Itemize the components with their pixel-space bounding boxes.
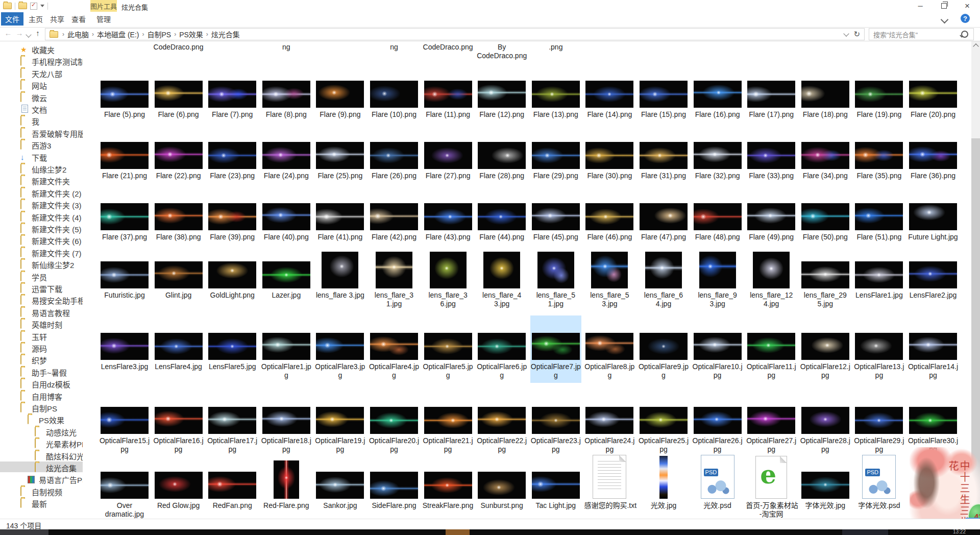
file-item[interactable]: Flare (13).png (530, 75, 581, 122)
sidebar-item[interactable]: PS效果 (0, 414, 83, 424)
close-button[interactable]: × (955, 0, 979, 12)
file-item[interactable]: Flare (40).png (261, 197, 312, 245)
file-item[interactable]: Sunburst.png (476, 448, 527, 513)
file-item[interactable]: Flare (6).png (153, 75, 204, 122)
sidebar-item[interactable]: 酷炫科幻光效 (0, 450, 83, 460)
clipped-file-label[interactable]: CodeDraco.png (423, 43, 474, 52)
file-item[interactable]: Sankor.jpg (314, 448, 365, 513)
breadcrumb-item[interactable]: PS效果 (177, 29, 205, 39)
tab-view[interactable]: 查看 (69, 12, 88, 26)
sidebar-item[interactable]: 吾爱破解专用版C (0, 127, 83, 138)
address-bar[interactable]: ›此电脑›本地磁盘 (E:)›自制PS›PS效果›炫光合集 ↻ (45, 28, 865, 40)
qat-customize-chevron-icon[interactable] (40, 5, 44, 7)
sidebar-item[interactable]: 新建文件夹 (0, 175, 83, 185)
file-item[interactable]: Flare (32).png (692, 136, 743, 183)
file-item[interactable]: Flare (29).png (530, 136, 581, 183)
sidebar-item[interactable]: 源码 (0, 342, 83, 353)
file-item[interactable]: Flare (25).png (314, 136, 365, 183)
file-item[interactable]: Flare (8).png (261, 75, 312, 122)
file-item[interactable]: Flare (12).png (476, 75, 527, 122)
ribbon-minimize-chevron-icon[interactable] (941, 16, 949, 24)
file-item[interactable]: Flare (26).png (369, 136, 420, 183)
file-item[interactable]: OpticalFlare7.jpg (530, 315, 581, 383)
file-item[interactable]: OpticalFlare5.jpg (423, 315, 474, 383)
clipped-file-label[interactable]: CodeDraco.png (153, 43, 204, 52)
tab-home[interactable]: 主页 (27, 12, 45, 26)
qat-properties-icon[interactable] (30, 3, 37, 10)
sidebar-item[interactable]: 新建文件夹 (3) (0, 199, 83, 209)
sidebar-item[interactable]: 光晕素材PNG (0, 437, 83, 448)
file-item[interactable]: Flare (39).png (207, 197, 258, 245)
sidebar-item[interactable]: 易语言广告PSD (0, 473, 83, 484)
sidebar-item[interactable]: 手机程序测试制作 (0, 55, 83, 66)
file-item[interactable]: OpticalFlare9.jpg (638, 315, 689, 383)
file-item[interactable]: OpticalFlare11.jpg (746, 315, 797, 383)
search-box[interactable]: 搜索"炫光合集" (869, 28, 974, 40)
restore-button[interactable] (932, 0, 955, 12)
file-item[interactable]: SideFlare.png (369, 448, 420, 513)
file-item[interactable]: lens_flare_53.jpg (584, 244, 635, 311)
file-item[interactable]: OpticalFlare4.jpg (369, 315, 420, 383)
file-item[interactable]: Flare (37).png (99, 197, 150, 245)
file-item[interactable]: Flare (38).png (153, 197, 204, 245)
file-item[interactable]: Flare (5).png (99, 75, 150, 122)
search-icon[interactable] (961, 31, 968, 38)
sidebar-item[interactable]: 迅雷下载 (0, 282, 83, 293)
back-button[interactable]: ← (3, 29, 13, 37)
clipped-file-label[interactable]: ng (261, 43, 312, 52)
sidebar-item[interactable]: 助手~暑假 (0, 366, 83, 377)
file-item[interactable]: Flare (20).png (908, 75, 959, 122)
sidebar-item[interactable]: 织梦 (0, 354, 83, 364)
file-item[interactable]: Flare (23).png (207, 136, 258, 183)
file-item[interactable]: 感谢您的购买.txt (584, 448, 635, 513)
clipped-file-label[interactable]: .png (530, 43, 581, 52)
sidebar-item[interactable]: 收藏夹 (0, 43, 83, 54)
file-item[interactable]: Flare (9).png (314, 75, 365, 122)
file-item[interactable]: OpticalFlare8.jpg (584, 315, 635, 383)
file-item[interactable]: Flare (44).png (476, 197, 527, 245)
file-item[interactable]: OpticalFlare3.jpg (314, 315, 365, 383)
file-item[interactable]: Flare (10).png (369, 75, 420, 122)
sidebar-item[interactable]: 微云 (0, 91, 83, 102)
file-item[interactable]: Lazer.jpg (261, 244, 312, 303)
sidebar-item[interactable]: 自用博客 (0, 390, 83, 401)
file-item[interactable]: Flare (46).png (584, 197, 635, 245)
file-item[interactable]: lens_flare_124.jpg (746, 244, 797, 311)
file-item[interactable]: Flare (17).png (746, 75, 797, 122)
file-item[interactable]: Flare (18).png (800, 75, 851, 122)
file-item[interactable]: lens_flare_51.jpg (530, 244, 581, 311)
up-button[interactable]: ↑ (33, 29, 43, 37)
file-item[interactable]: Flare (33).png (746, 136, 797, 183)
sidebar-item[interactable]: 新建文件夹 (5) (0, 223, 83, 233)
sidebar-item[interactable]: 新仙缘尘梦2 (0, 258, 83, 269)
file-item[interactable]: Flare (21).png (99, 136, 150, 183)
file-item[interactable]: Flare (22).png (153, 136, 204, 183)
sidebar-item[interactable]: 易搜安全助手根目 (0, 294, 83, 305)
sidebar-item[interactable]: 炫光合集 (0, 461, 83, 472)
sidebar-item[interactable]: 最新 (0, 497, 83, 508)
help-icon[interactable]: ? (961, 14, 970, 23)
file-item[interactable]: LensFlare4.jpg (153, 315, 204, 374)
file-item[interactable]: 字体光效.jpg (800, 448, 851, 513)
file-item[interactable]: Flare (27).png (423, 136, 474, 183)
picture-tools-contextual-tab[interactable]: 图片工具 (90, 0, 117, 12)
sidebar-item[interactable]: 仙缘尘梦2 (0, 163, 83, 174)
sidebar-item[interactable]: 自制PS (0, 402, 83, 412)
file-item[interactable]: Tac Light.jpg (530, 448, 581, 513)
tab-file[interactable]: 文件 (1, 12, 23, 26)
file-item[interactable]: OpticalFlare1.jpg (261, 315, 312, 383)
file-item[interactable]: Flare (45).png (530, 197, 581, 245)
file-item[interactable]: Flare (31).png (638, 136, 689, 183)
file-item[interactable]: lens_flare_64.jpg (638, 244, 689, 311)
file-item[interactable]: Flare (49).png (746, 197, 797, 245)
sidebar-item[interactable]: 天龙八部 (0, 67, 83, 78)
sidebar-item[interactable]: 新建文件夹 (4) (0, 211, 83, 222)
refresh-icon[interactable]: ↻ (853, 30, 860, 39)
sidebar-item[interactable]: 学员 (0, 271, 83, 281)
file-item[interactable]: PSD字体光效.psd (853, 448, 904, 513)
file-item[interactable]: PSD光效.psd (692, 448, 743, 513)
file-item[interactable]: OpticalFlare6.jpg (476, 315, 527, 383)
file-item[interactable]: OpticalFlare10.jpg (692, 315, 743, 383)
file-item[interactable]: lens_flare_36.jpg (423, 244, 474, 311)
tab-share[interactable]: 共享 (48, 12, 66, 26)
